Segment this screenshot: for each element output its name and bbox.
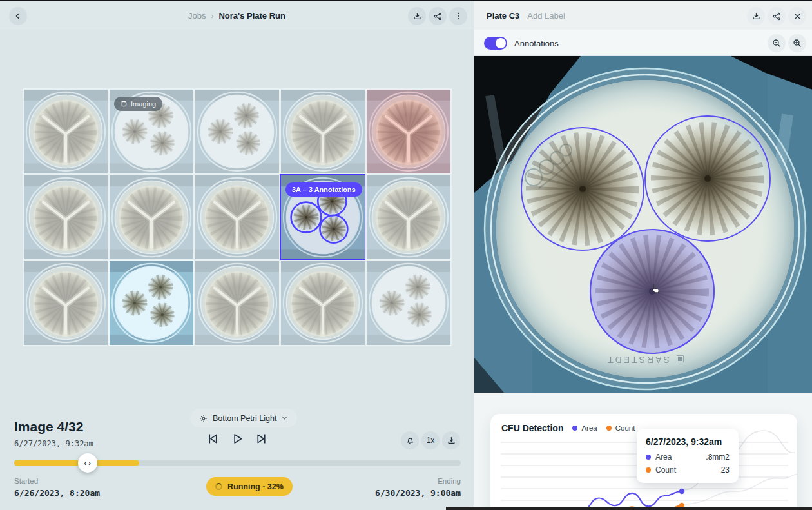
tooltip-row-count: Count 23 — [646, 466, 730, 475]
plate-thumbnail[interactable] — [24, 261, 108, 345]
plate-image-viewer[interactable]: ▣ SARSTEDT — [474, 56, 812, 393]
petri-dish-thumbnail-image — [24, 90, 108, 173]
plate-thumbnail[interactable] — [367, 90, 450, 173]
plate-detail-header: Plate C3 Add Label — [474, 1, 812, 30]
download-icon — [447, 436, 456, 446]
run-status-label: Running - 32% — [227, 482, 284, 491]
kebab-menu-icon — [454, 12, 463, 21]
petri-dish-thumbnail-image — [195, 261, 279, 345]
plate-thumbnail[interactable] — [281, 261, 365, 345]
petri-dish-thumbnail-image — [281, 90, 365, 173]
playback-speed-label: 1x — [427, 436, 435, 445]
share-plate-button[interactable] — [768, 7, 786, 25]
petri-dish-thumbnail-image — [195, 175, 279, 259]
petri-dish-thumbnail-image — [281, 261, 365, 345]
timeline-progress-fill — [14, 460, 139, 466]
download-frames-button[interactable] — [442, 431, 460, 449]
zoom-in-icon — [792, 38, 802, 48]
more-options-button[interactable] — [449, 7, 467, 25]
current-image-label: Image 4/32 — [14, 419, 83, 435]
viewer-toolbar: Annotations — [474, 30, 812, 56]
page-title: Nora's Plate Run — [218, 11, 285, 21]
previous-frame-button[interactable] — [205, 431, 221, 447]
petri-dish-thumbnail-image — [24, 261, 108, 345]
download-icon — [412, 12, 422, 21]
job-header: Jobs › Nora's Plate Run — [0, 1, 474, 30]
download-plate-button[interactable] — [747, 7, 765, 25]
play-button[interactable] — [229, 431, 246, 447]
notifications-button[interactable] — [401, 431, 419, 449]
close-panel-button[interactable] — [788, 7, 806, 25]
plate-thumbnail-grid: Imaging3A – 3 Annotations — [24, 90, 450, 345]
area-legend-dot — [572, 426, 577, 431]
petri-dish-thumbnail-image — [367, 90, 450, 173]
plate-thumbnail[interactable] — [195, 261, 279, 345]
add-label-button[interactable]: Add Label — [527, 11, 565, 21]
bell-icon — [405, 436, 415, 446]
legend-area[interactable]: Area — [572, 424, 597, 432]
plate-thumbnail[interactable] — [110, 261, 193, 345]
tooltip-timestamp: 6/27/2023, 9:32am — [646, 436, 730, 447]
plate-thumbnail[interactable] — [195, 175, 279, 259]
area-dot-icon — [646, 455, 651, 460]
ending-label: Ending — [375, 477, 461, 485]
plate-thumbnail[interactable] — [195, 90, 279, 173]
run-status-badge[interactable]: Running - 32% — [206, 477, 293, 496]
annotations-badge: 3A – 3 Annotations — [285, 182, 362, 197]
petri-dish-thumbnail-image — [24, 175, 108, 259]
tooltip-row-area: Area .8mm2 — [646, 453, 730, 462]
ending-value: 6/30/2023, 9:00am — [375, 488, 461, 498]
count-dot-icon — [646, 467, 651, 473]
share-button[interactable] — [429, 7, 447, 25]
selected-annotation-circle[interactable] — [590, 230, 714, 353]
playback-speed-button[interactable]: 1x — [421, 431, 440, 449]
plate-detail-panel: Plate C3 Add Label Annotations — [474, 1, 812, 510]
zoom-out-button[interactable] — [768, 34, 786, 52]
plate-thumbnail[interactable]: 3A – 3 Annotations — [281, 175, 365, 259]
job-header-actions — [408, 7, 467, 25]
timeline-scrubber[interactable]: ‹› — [14, 460, 461, 466]
started-value: 6/26/2023, 8:20am — [14, 488, 100, 498]
colony-top-right — [652, 123, 763, 234]
light-source-dropdown[interactable]: Bottom Petri Light — [190, 409, 297, 427]
timeline-handle[interactable]: ‹› — [78, 453, 97, 473]
zoom-in-button[interactable] — [788, 34, 806, 52]
plate-thumbnail[interactable] — [110, 175, 193, 259]
skip-forward-icon — [255, 432, 268, 446]
colony-top-left — [527, 133, 638, 244]
skip-back-icon — [206, 432, 220, 446]
download-button[interactable] — [408, 7, 426, 25]
petri-dish-thumbnail-image — [367, 175, 450, 259]
horizontal-scrollbar[interactable] — [446, 507, 812, 510]
imaging-badge: Imaging — [114, 97, 162, 111]
chart-tooltip: 6/27/2023, 9:32am Area .8mm2 Count 23 — [637, 429, 739, 483]
detection-section: CFU Detection Area Count 6/27/2023, 9:32… — [474, 393, 812, 510]
breadcrumb-jobs[interactable]: Jobs — [188, 11, 206, 21]
job-panel: Jobs › Nora's Plate Run Imaging3A – 3 An… — [0, 1, 474, 510]
zoom-out-icon — [771, 38, 782, 48]
next-frame-button[interactable] — [253, 431, 269, 447]
petri-dish-thumbnail-image — [195, 90, 279, 173]
petri-dish-thumbnail-image — [367, 261, 450, 345]
chart-title: CFU Detection — [501, 423, 563, 433]
plate-thumbnail[interactable]: Imaging — [110, 90, 193, 173]
plate-thumbnail[interactable] — [367, 175, 450, 259]
petri-dish-thumbnail-image — [110, 175, 193, 259]
annotations-toggle[interactable] — [484, 37, 507, 50]
plate-thumbnail[interactable] — [367, 261, 450, 345]
playback-controls — [205, 431, 269, 447]
plate-thumbnail[interactable] — [281, 90, 365, 173]
cfu-detection-card: CFU Detection Area Count 6/27/2023, 9:32… — [490, 414, 797, 510]
download-icon — [751, 12, 761, 21]
count-legend-dot — [606, 426, 612, 431]
plate-thumbnail[interactable] — [24, 90, 108, 173]
legend-count[interactable]: Count — [606, 424, 635, 432]
share-icon — [772, 12, 782, 21]
started-label: Started — [14, 477, 100, 485]
plate-thumbnail[interactable] — [24, 175, 108, 259]
running-spinner-icon — [215, 483, 222, 490]
plate-detail-actions — [747, 7, 806, 25]
plate-brand-text: ▣ SARSTEDT — [606, 355, 684, 365]
plate-title: Plate C3 — [487, 11, 519, 21]
share-icon — [433, 12, 443, 21]
